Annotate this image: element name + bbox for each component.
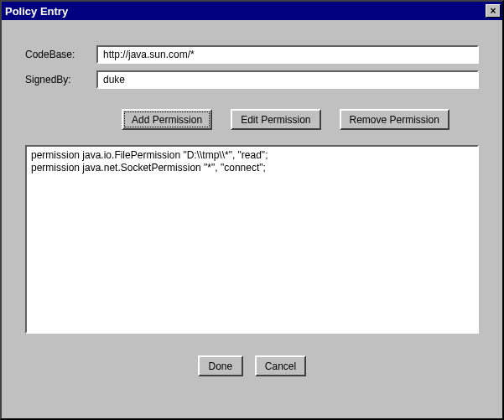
remove-permission-button[interactable]: Remove Permission <box>340 109 449 130</box>
dialog-button-row: Done Cancel <box>25 355 479 376</box>
close-button[interactable]: × <box>486 4 501 18</box>
signedby-label: SignedBy: <box>25 74 96 86</box>
list-item[interactable]: permission java.net.SocketPermission "*"… <box>31 162 473 174</box>
cancel-button[interactable]: Cancel <box>255 355 306 376</box>
close-icon: × <box>490 5 496 17</box>
list-item[interactable]: permission java.io.FilePermission "D:\\t… <box>31 149 473 162</box>
titlebar: Policy Entry × <box>2 2 502 20</box>
codebase-row: CodeBase: <box>25 45 479 64</box>
window-title: Policy Entry <box>5 5 68 18</box>
signedby-input[interactable] <box>96 70 479 89</box>
signedby-row: SignedBy: <box>25 70 479 89</box>
codebase-label: CodeBase: <box>25 49 96 60</box>
done-button[interactable]: Done <box>198 355 243 376</box>
policy-entry-window: Policy Entry × CodeBase: SignedBy: Add P… <box>0 0 504 420</box>
content-area: CodeBase: SignedBy: Add Permission Edit … <box>2 20 502 385</box>
permissions-list[interactable]: permission java.io.FilePermission "D:\\t… <box>25 145 479 334</box>
add-permission-button[interactable]: Add Permission <box>122 109 212 130</box>
edit-permission-button[interactable]: Edit Permission <box>231 109 320 130</box>
codebase-input[interactable] <box>96 45 479 64</box>
permission-button-row: Add Permission Edit Permission Remove Pe… <box>25 109 479 130</box>
